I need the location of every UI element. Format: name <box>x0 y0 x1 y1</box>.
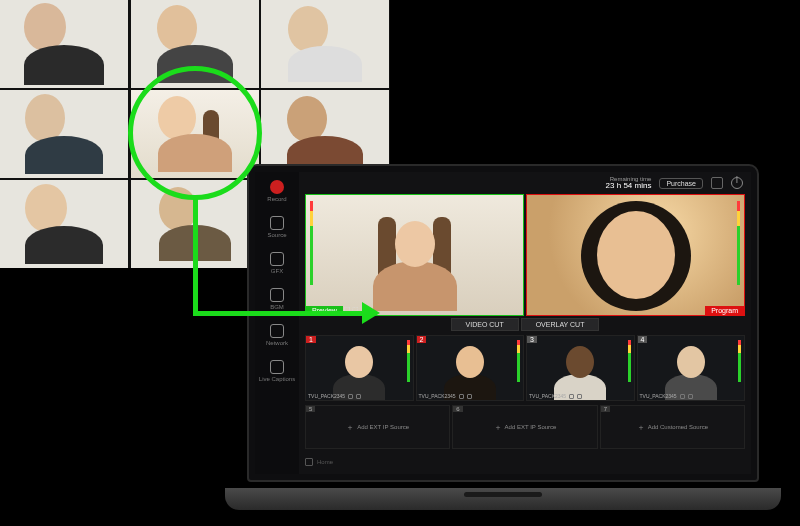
add-source-label: Add EXT IP Source <box>357 424 409 430</box>
sidebar-label: GFX <box>271 268 283 274</box>
settings-icon[interactable] <box>577 394 582 399</box>
settings-icon[interactable] <box>688 394 693 399</box>
power-icon[interactable] <box>731 177 743 189</box>
sidebar-label: Record <box>267 196 286 202</box>
network-icon <box>270 324 284 338</box>
plus-icon: ＋ <box>494 422 502 433</box>
laptop-mockup: Record Source GFX BGM Network Live Capti… <box>225 164 781 510</box>
expand-icon[interactable] <box>459 394 464 399</box>
source-icon <box>270 216 284 230</box>
home-icon[interactable] <box>305 458 313 466</box>
source-number: 4 <box>638 336 648 343</box>
audio-meter-icon <box>517 340 520 382</box>
arrow-head-icon <box>362 302 380 324</box>
source-number: 1 <box>306 336 316 343</box>
video-cut-button[interactable]: VIDEO CUT <box>451 318 519 331</box>
overlay-cut-button[interactable]: OVERLAY CUT <box>521 318 600 331</box>
slot-number: 6 <box>453 406 462 412</box>
slot-number: 7 <box>601 406 610 412</box>
participant-tile[interactable] <box>0 0 128 88</box>
sidebar-label: Source <box>267 232 286 238</box>
sidebar: Record Source GFX BGM Network Live Capti… <box>255 172 299 474</box>
participant-tile[interactable] <box>261 0 389 88</box>
bgm-icon <box>270 288 284 302</box>
sidebar-item-source[interactable]: Source <box>267 216 286 238</box>
slot-number: 5 <box>306 406 315 412</box>
add-source-label: Add Customed Source <box>648 424 708 430</box>
record-icon <box>270 180 284 194</box>
arrow-icon <box>193 198 198 316</box>
source-label: TVU_PACK2345 <box>529 393 566 399</box>
sidebar-item-bgm[interactable]: BGM <box>270 288 284 310</box>
settings-icon[interactable] <box>711 177 723 189</box>
audio-meter-icon <box>738 340 741 382</box>
expand-icon[interactable] <box>569 394 574 399</box>
plus-icon: ＋ <box>346 422 354 433</box>
audio-meter-icon <box>628 340 631 382</box>
plus-icon: ＋ <box>637 422 645 433</box>
program-monitor[interactable]: Program <box>526 194 745 316</box>
add-customed-source-button[interactable]: 7＋Add Customed Source <box>600 405 745 449</box>
participant-tile[interactable] <box>131 0 259 88</box>
sidebar-label: Live Captions <box>259 376 295 382</box>
remaining-time-value: 23 h 54 mins <box>606 182 652 190</box>
remaining-time: Remaining time 23 h 54 mins <box>606 176 652 190</box>
producer-app: Record Source GFX BGM Network Live Capti… <box>255 172 751 474</box>
sidebar-item-network[interactable]: Network <box>266 324 288 346</box>
program-tag: Program <box>705 306 744 315</box>
footer: Home <box>299 455 751 469</box>
footer-home-label[interactable]: Home <box>317 459 333 465</box>
settings-icon[interactable] <box>467 394 472 399</box>
add-ext-ip-source-button[interactable]: 6＋Add EXT IP Source <box>452 405 597 449</box>
laptop-base <box>225 488 781 510</box>
audio-meter-icon <box>737 201 740 285</box>
sidebar-label: BGM <box>270 304 284 310</box>
add-ext-ip-source-button[interactable]: 5＋Add EXT IP Source <box>305 405 450 449</box>
topbar: Remaining time 23 h 54 mins Purchase <box>299 172 751 194</box>
source-tile[interactable]: 2TVU_PACK2345 <box>416 335 525 401</box>
preview-monitor[interactable]: Preview ☐ ⬚ 10 <box>305 194 524 316</box>
add-source-label: Add EXT IP Source <box>505 424 557 430</box>
source-tile[interactable]: 1TVU_PACK2345 <box>305 335 414 401</box>
audio-meter-icon <box>407 340 410 382</box>
gfx-icon <box>270 252 284 266</box>
purchase-button[interactable]: Purchase <box>659 178 703 189</box>
expand-icon[interactable] <box>348 394 353 399</box>
sidebar-item-record[interactable]: Record <box>267 180 286 202</box>
participant-tile[interactable] <box>0 180 128 268</box>
source-number: 2 <box>417 336 427 343</box>
expand-icon[interactable] <box>680 394 685 399</box>
sidebar-item-captions[interactable]: Live Captions <box>259 360 295 382</box>
captions-icon <box>270 360 284 374</box>
source-label: TVU_PACK2345 <box>640 393 677 399</box>
participant-tile[interactable] <box>0 90 128 178</box>
source-tile[interactable]: 3TVU_PACK2345 <box>526 335 635 401</box>
audio-meter-icon <box>310 201 313 285</box>
sidebar-item-gfx[interactable]: GFX <box>270 252 284 274</box>
source-label: TVU_PACK2345 <box>419 393 456 399</box>
arrow-icon <box>193 311 365 316</box>
source-number: 3 <box>527 336 537 343</box>
settings-icon[interactable] <box>356 394 361 399</box>
source-tile[interactable]: 4TVU_PACK2345 <box>637 335 746 401</box>
sidebar-label: Network <box>266 340 288 346</box>
source-label: TVU_PACK2345 <box>308 393 345 399</box>
